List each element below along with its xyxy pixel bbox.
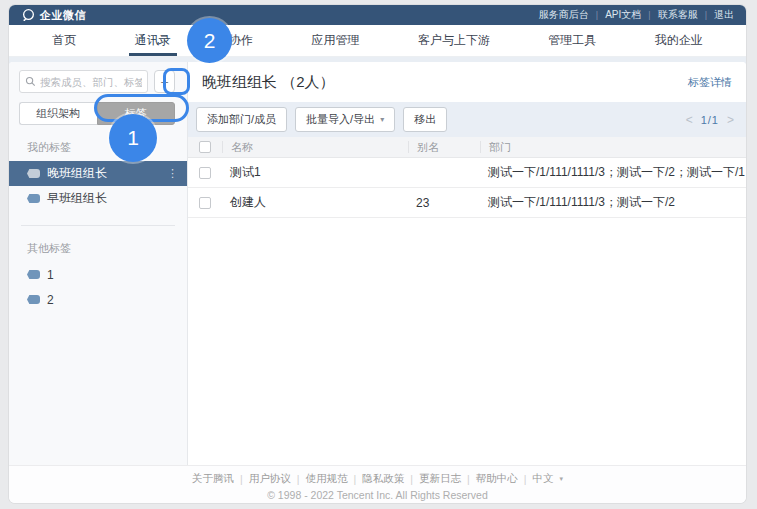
footer: 关于腾讯 | 用户协议 | 使用规范 | 隐私政策 | 更新日志 | 帮助中心 … <box>9 465 746 503</box>
admin-console-window: 企业微信 服务商后台 | API文档 | 联系客服 | 退出 首页 通讯录 协作… <box>9 5 746 503</box>
cell-name: 测试1 <box>222 164 408 181</box>
column-header-name: 名称 <box>222 141 408 153</box>
separator: | <box>297 473 300 485</box>
nav-tab-contacts[interactable]: 通讯录 <box>129 25 177 56</box>
separator: | <box>410 473 413 485</box>
batch-import-export-button[interactable]: 批量导入/导出 ▾ <box>295 107 395 132</box>
top-link-logout[interactable]: 退出 <box>714 8 734 22</box>
nav-tab-customers[interactable]: 客户与上下游 <box>412 25 496 56</box>
topbar-links: 服务商后台 | API文档 | 联系客服 | 退出 <box>539 8 734 22</box>
wechat-work-logo-icon <box>21 8 36 22</box>
row-checkbox-cell <box>188 167 222 179</box>
sidebar-tag-2[interactable]: 2 <box>9 287 187 312</box>
search-box <box>19 70 148 93</box>
column-header-dept: 部门 <box>480 141 746 153</box>
other-tags-section-title: 其他标签 <box>27 241 187 256</box>
top-link-service-provider[interactable]: 服务商后台 <box>539 8 589 22</box>
cell-dept: 测试一下/1/111/1111/3；测试一下/2；测试一下/1；测... <box>480 164 746 181</box>
remove-button[interactable]: 移出 <box>403 107 447 132</box>
logo-text: 企业微信 <box>40 8 86 23</box>
sidebar-tag-morning-shift-leader[interactable]: 早班组组长 <box>9 186 187 211</box>
toggle-tags[interactable]: 标签 <box>97 102 176 125</box>
divider <box>21 225 175 226</box>
footer-language-selector[interactable]: 中文 <box>532 472 553 486</box>
search-row: + <box>9 70 187 93</box>
tag-label: 早班组组长 <box>47 190 107 207</box>
footer-link-user-agreement[interactable]: 用户协议 <box>249 472 291 486</box>
table-row[interactable]: 创建人 23 测试一下/1/111/1111/3；测试一下/2 <box>188 188 746 218</box>
body: + 组织架构 标签 我的标签 晚班组组长 ⋮ 早班组组长 <box>9 57 746 465</box>
footer-link-usage-rules[interactable]: 使用规范 <box>306 472 348 486</box>
separator: | <box>705 10 707 20</box>
row-checkbox-cell <box>188 197 222 209</box>
tag-detail-link[interactable]: 标签详情 <box>688 75 732 90</box>
add-tag-button[interactable]: + <box>154 70 175 93</box>
select-all-checkbox[interactable] <box>199 141 211 153</box>
footer-link-privacy[interactable]: 隐私政策 <box>362 472 404 486</box>
button-label: 批量导入/导出 <box>306 112 375 127</box>
topbar: 企业微信 服务商后台 | API文档 | 联系客服 | 退出 <box>9 5 746 25</box>
footer-link-help-center[interactable]: 帮助中心 <box>476 472 518 486</box>
language-caret-icon: ▾ <box>559 475 563 483</box>
panels: + 组织架构 标签 我的标签 晚班组组长 ⋮ 早班组组长 <box>9 62 746 465</box>
cell-dept: 测试一下/1/111/1111/3；测试一下/2 <box>480 194 746 211</box>
column-header-alias: 别名 <box>408 141 480 153</box>
members-table: 名称 别名 部门 测试1 测试一下/1/111/1111/3；测试一下/2；测试… <box>188 137 746 465</box>
separator: | <box>240 473 243 485</box>
nav-tab-app-management[interactable]: 应用管理 <box>305 25 365 56</box>
button-label: 添加部门/成员 <box>207 112 276 127</box>
toolbar: 添加部门/成员 批量导入/导出 ▾ 移出 < 1/1 > <box>188 102 746 137</box>
footer-link-changelog[interactable]: 更新日志 <box>419 472 461 486</box>
prev-page-button[interactable]: < <box>686 113 693 127</box>
next-page-button[interactable]: > <box>727 113 734 127</box>
main-content: 晚班组组长 （2人） 标签详情 添加部门/成员 批量导入/导出 ▾ 移出 <box>188 62 746 465</box>
copyright: © 1998 - 2022 Tencent Inc. All Rights Re… <box>9 489 746 501</box>
nav-tab-home[interactable]: 首页 <box>46 25 82 56</box>
search-input[interactable] <box>40 76 142 88</box>
more-options-icon[interactable]: ⋮ <box>167 167 178 180</box>
separator: | <box>354 473 357 485</box>
tag-icon <box>27 194 40 203</box>
sidebar-tag-1[interactable]: 1 <box>9 262 187 287</box>
nav-tab-my-company[interactable]: 我的企业 <box>649 25 709 56</box>
separator: | <box>524 473 527 485</box>
separator: | <box>596 10 598 20</box>
add-dept-member-button[interactable]: 添加部门/成员 <box>196 107 287 132</box>
table-row[interactable]: 测试1 测试一下/1/111/1111/3；测试一下/2；测试一下/1；测... <box>188 158 746 188</box>
dropdown-caret-icon: ▾ <box>380 115 384 124</box>
select-all-cell <box>188 141 222 153</box>
separator: | <box>467 473 470 485</box>
footer-link-about[interactable]: 关于腾讯 <box>192 472 234 486</box>
separator: | <box>648 10 650 20</box>
table-header: 名称 别名 部门 <box>188 137 746 158</box>
tag-icon <box>27 295 40 304</box>
sidebar: + 组织架构 标签 我的标签 晚班组组长 ⋮ 早班组组长 <box>9 62 188 465</box>
page-title: 晚班组组长 （2人） <box>202 73 335 92</box>
logo: 企业微信 <box>21 8 86 23</box>
tag-icon <box>27 270 40 279</box>
top-link-contact-support[interactable]: 联系客服 <box>658 8 698 22</box>
sidebar-tag-night-shift-leader[interactable]: 晚班组组长 ⋮ <box>9 161 187 186</box>
row-checkbox[interactable] <box>199 197 211 209</box>
cell-name: 创建人 <box>222 194 408 211</box>
page-indicator: 1/1 <box>701 114 719 126</box>
cell-alias: 23 <box>408 196 480 210</box>
content-header: 晚班组组长 （2人） 标签详情 <box>188 62 746 102</box>
pagination: < 1/1 > <box>686 113 734 127</box>
row-checkbox[interactable] <box>199 167 211 179</box>
footer-links: 关于腾讯 | 用户协议 | 使用规范 | 隐私政策 | 更新日志 | 帮助中心 … <box>9 472 746 486</box>
sidebar-toggle: 组织架构 标签 <box>9 102 187 125</box>
tag-icon <box>27 169 40 178</box>
toggle-org-structure[interactable]: 组织架构 <box>19 102 97 125</box>
main-nav: 首页 通讯录 协作 应用管理 客户与上下游 管理工具 我的企业 <box>9 25 746 57</box>
tag-label: 1 <box>47 268 54 282</box>
search-icon <box>25 73 36 91</box>
nav-tab-admin-tools[interactable]: 管理工具 <box>542 25 602 56</box>
button-label: 移出 <box>414 112 436 127</box>
top-link-api-docs[interactable]: API文档 <box>605 8 641 22</box>
tag-label: 晚班组组长 <box>47 165 107 182</box>
nav-tab-collaboration[interactable]: 协作 <box>223 25 259 56</box>
my-tags-section-title: 我的标签 <box>27 140 187 155</box>
tag-label: 2 <box>47 293 54 307</box>
